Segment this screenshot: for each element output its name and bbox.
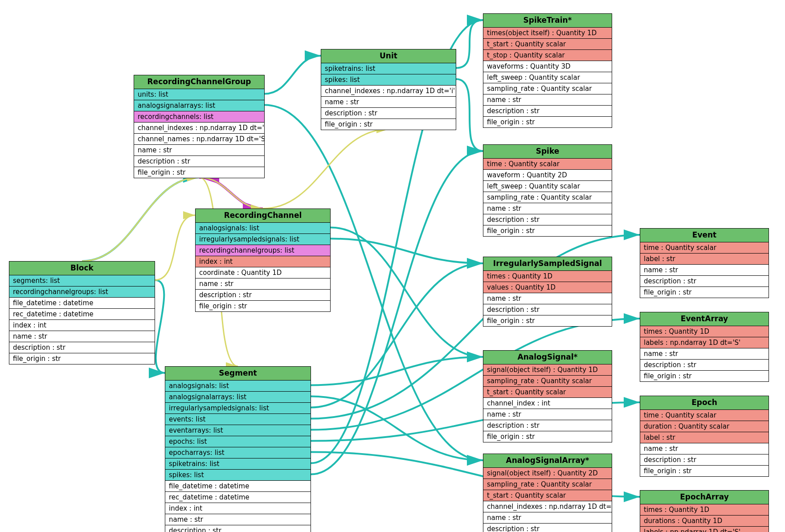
entity-row: signal(object itself) : Quantity 2D bbox=[483, 468, 612, 479]
edge bbox=[331, 239, 483, 264]
entity-row: label : str bbox=[640, 432, 769, 443]
entity-row: labels : np.ndarray 1D dt='S' bbox=[640, 527, 769, 532]
entity-row: name : str bbox=[196, 278, 330, 290]
entity-row: file_origin : str bbox=[640, 287, 769, 298]
entity-title: RecordingChannelGroup bbox=[134, 75, 264, 89]
entity-row: times : Quantity 1D bbox=[640, 326, 769, 337]
entity-row: t_stop : Quantity scalar bbox=[483, 50, 612, 61]
entity-row: sampling_rate : Quantity scalar bbox=[483, 192, 612, 203]
entity-row: analogsignals: list bbox=[165, 381, 311, 392]
edge bbox=[82, 177, 199, 261]
entity-row: t_start : Quantity scalar bbox=[483, 39, 612, 50]
entity-row: file_origin : str bbox=[483, 431, 612, 442]
entity-row: file_origin : str bbox=[9, 353, 155, 364]
entity-row: channel_names : np.ndarray 1D dt='S' bbox=[134, 134, 264, 145]
entity-epocharray: EpochArraytimes : Quantity 1Ddurations :… bbox=[640, 490, 769, 532]
entity-title: AnalogSignalArray* bbox=[483, 454, 612, 468]
entity-row: rec_datetime : datetime bbox=[9, 309, 155, 320]
entity-row: index : int bbox=[165, 503, 311, 514]
entity-row: name : str bbox=[640, 443, 769, 454]
entity-row: duration : Quantity scalar bbox=[640, 421, 769, 432]
entity-row: name : str bbox=[9, 331, 155, 342]
entity-title: Spike bbox=[483, 145, 612, 159]
edge bbox=[311, 397, 483, 461]
entity-event: Eventtime : Quantity scalarlabel : strna… bbox=[640, 228, 769, 298]
entity-row: channel_indexes : np.ndarray 1D dt='i' bbox=[321, 86, 456, 97]
entity-row: analogsignalarrays: list bbox=[165, 392, 311, 403]
entity-row: name : str bbox=[165, 514, 311, 525]
entity-row: t_start : Quantity scalar bbox=[483, 387, 612, 398]
entity-row: name : str bbox=[483, 203, 612, 214]
entity-row: description : str bbox=[640, 454, 769, 466]
entity-row: description : str bbox=[134, 156, 264, 167]
entity-title: Event bbox=[640, 229, 769, 242]
entity-row: file_origin : str bbox=[483, 315, 612, 326]
entity-row: name : str bbox=[640, 265, 769, 276]
entity-row: epochs: list bbox=[165, 436, 311, 447]
entity-row: description : str bbox=[640, 276, 769, 287]
edge bbox=[199, 177, 263, 209]
entity-row: spiketrains: list bbox=[165, 458, 311, 470]
entity-row: description : str bbox=[483, 106, 612, 117]
entity-row: name : str bbox=[321, 97, 456, 108]
entity-row: epocharrays: list bbox=[165, 447, 311, 458]
entity-row: label : str bbox=[640, 254, 769, 265]
entity-row: recordingchannelgroups: list bbox=[196, 245, 330, 256]
entity-row: sampling_rate : Quantity scalar bbox=[483, 376, 612, 387]
entity-row: description : str bbox=[196, 290, 330, 301]
entity-row: description : str bbox=[321, 108, 456, 119]
edge bbox=[155, 215, 195, 280]
entity-row: name : str bbox=[134, 145, 264, 156]
edge bbox=[456, 20, 483, 68]
entity-row: file_origin : str bbox=[134, 167, 264, 178]
edge bbox=[456, 79, 483, 151]
edge bbox=[311, 263, 483, 408]
entity-row: irregularlysampledsignals: list bbox=[165, 403, 311, 414]
entity-row: values : Quantity 1D bbox=[483, 282, 612, 293]
entity-row: recordingchannels: list bbox=[134, 111, 264, 123]
edge bbox=[199, 177, 263, 209]
edge bbox=[155, 280, 165, 373]
entity-row: file_origin : str bbox=[483, 117, 612, 127]
entity-row: times(object itself) : Quantity 1D bbox=[483, 28, 612, 39]
entity-row: coordinate : Quantity 1D bbox=[196, 267, 330, 278]
entity-row: file_origin : str bbox=[640, 371, 769, 381]
edge bbox=[311, 151, 483, 475]
entity-row: file_origin : str bbox=[321, 119, 456, 130]
entity-spiketrain: SpikeTrain*times(object itself) : Quanti… bbox=[483, 13, 612, 128]
entity-row: file_origin : str bbox=[483, 225, 612, 236]
entity-eventarray: EventArraytimes : Quantity 1Dlabels : np… bbox=[640, 312, 769, 382]
entity-row: file_datetime : datetime bbox=[165, 481, 311, 492]
entity-row: spiketrains: list bbox=[321, 63, 456, 74]
entity-title: EpochArray bbox=[640, 491, 769, 504]
entity-as: AnalogSignal*signal(object itself) : Qua… bbox=[483, 350, 612, 442]
entity-row: channel_index : int bbox=[483, 398, 612, 409]
edge bbox=[311, 357, 483, 385]
entity-rcg: RecordingChannelGroupunits: listanalogsi… bbox=[134, 75, 265, 178]
entity-row: channel_indexes : np.ndarray 1D dt='i' bbox=[134, 123, 264, 134]
entity-row: name : str bbox=[640, 348, 769, 360]
edge bbox=[331, 228, 483, 357]
entity-row: description : str bbox=[9, 342, 155, 353]
entity-row: time : Quantity scalar bbox=[640, 242, 769, 254]
entity-title: EventArray bbox=[640, 312, 769, 326]
entity-block: Blocksegments: listrecordingchannelgroup… bbox=[9, 261, 155, 364]
entity-row: events: list bbox=[165, 414, 311, 425]
entity-asa: AnalogSignalArray*signal(object itself) … bbox=[483, 454, 612, 532]
entity-row: analogsignals: list bbox=[196, 223, 330, 234]
edge bbox=[263, 129, 388, 209]
entity-row: description : str bbox=[640, 360, 769, 371]
entity-row: signal(object itself) : Quantity 1D bbox=[483, 364, 612, 376]
entity-row: sampling_rate : Quantity scalar bbox=[483, 479, 612, 490]
entity-row: spikes: list bbox=[165, 470, 311, 481]
entity-row: durations : Quantity 1D bbox=[640, 516, 769, 527]
entity-row: segments: list bbox=[9, 275, 155, 286]
entity-row: sampling_rate : Quantity scalar bbox=[483, 83, 612, 94]
entity-row: units: list bbox=[134, 89, 264, 100]
entity-row: channel_indexes : np.ndarray 1D dt='i' bbox=[483, 501, 612, 512]
entity-row: labels : np.ndarray 1D dt='S' bbox=[640, 337, 769, 348]
entity-epoch: Epochtime : Quantity scalarduration : Qu… bbox=[640, 396, 769, 477]
entity-row: waveforms : Quantity 3D bbox=[483, 61, 612, 72]
entity-row: index : int bbox=[9, 320, 155, 331]
edge bbox=[199, 177, 263, 209]
